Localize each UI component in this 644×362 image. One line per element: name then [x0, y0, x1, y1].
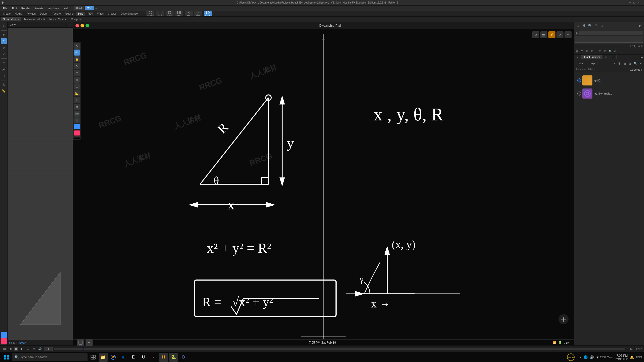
- ipad-ruler-tool[interactable]: 📐: [74, 90, 80, 96]
- ipad-settings-btn[interactable]: ⚙: [532, 31, 539, 38]
- paint-tool[interactable]: ✏: [1, 60, 7, 66]
- menu-help[interactable]: Help: [61, 6, 71, 10]
- asset-browser-tab[interactable]: Asset Browser: [581, 55, 602, 59]
- houdini-task-btn[interactable]: H: [159, 353, 168, 362]
- ipad-close-btn[interactable]: [75, 24, 79, 27]
- audio-btn[interactable]: 🔊: [38, 347, 42, 351]
- rotate-tool[interactable]: ↻: [1, 45, 7, 51]
- node-attribwrangle1[interactable]: attribwrangle1: [576, 87, 642, 100]
- help-tab[interactable]: Help: [587, 62, 598, 65]
- shelf-texture[interactable]: Texture: [50, 12, 63, 16]
- ne-expand2[interactable]: ⊡: [627, 61, 632, 66]
- rewind-btn[interactable]: ⏮: [2, 347, 7, 351]
- shelf-drive-sim[interactable]: Drive Simulation: [119, 12, 141, 16]
- shelf-fem[interactable]: FEM: [86, 12, 95, 16]
- menu-edit[interactable]: Edit: [10, 6, 19, 10]
- asset-browser-tab2-close[interactable]: ✕: [602, 56, 610, 59]
- ipad-undo-tool[interactable]: ↩: [74, 97, 80, 103]
- ipad-pen-tool[interactable]: ✏: [74, 70, 80, 76]
- tube-icon[interactable]: Tube: [156, 11, 164, 17]
- ne-layout-btn[interactable]: ▦: [575, 49, 579, 54]
- tab-scene-view[interactable]: Scene View ✕: [1, 17, 21, 21]
- ipad-layers-tool[interactable]: ☰: [74, 117, 80, 123]
- ipad-trash-tool[interactable]: 🗑: [74, 104, 80, 110]
- discord-btn[interactable]: D: [179, 353, 188, 362]
- color-swatch-pink[interactable]: [1, 338, 7, 344]
- tab-close-anim[interactable]: ✕: [43, 18, 45, 21]
- taskbar-search[interactable]: 🔍 Type here to search: [12, 353, 88, 361]
- shelf-build[interactable]: Build: [76, 12, 85, 16]
- nav-compass[interactable]: [558, 314, 569, 324]
- speaker-icon[interactable]: 🔊: [590, 355, 594, 359]
- step-fwd-btn[interactable]: ⏭: [26, 347, 30, 351]
- task-view-btn[interactable]: [89, 353, 98, 362]
- ne-filter-btn[interactable]: ⊟: [590, 49, 594, 54]
- measure-tool[interactable]: 📏: [1, 88, 7, 94]
- ne-list-btn[interactable]: ☰: [580, 49, 584, 54]
- ipad-edit-btn[interactable]: ✏: [565, 31, 572, 38]
- tab-animation-editor[interactable]: Animation Editor ✕: [22, 17, 47, 21]
- stop-btn[interactable]: [14, 347, 18, 351]
- asset-browser-tab-close[interactable]: ✕: [574, 56, 581, 59]
- line-icon[interactable]: ╱ Line: [194, 11, 202, 17]
- shelf-deform[interactable]: Deform: [38, 12, 50, 16]
- ipad-max-btn[interactable]: [86, 24, 89, 27]
- add-tab-btn[interactable]: +: [610, 55, 617, 59]
- menu-file[interactable]: File: [1, 6, 10, 10]
- move-tool[interactable]: ↖: [1, 38, 7, 44]
- shelf-rigging[interactable]: Rigging: [63, 12, 75, 16]
- maximize-btn[interactable]: □: [633, 1, 635, 4]
- edge-btn[interactable]: e: [119, 353, 128, 362]
- ipad-nav-btn[interactable]: [77, 339, 84, 346]
- null-icon[interactable]: ✕ Null: [185, 11, 193, 17]
- snap-tool[interactable]: ◎: [1, 81, 7, 87]
- tab-close-scene[interactable]: ✕: [17, 18, 19, 21]
- clock-widget[interactable]: 7:05 PM 2/19/2022: [615, 354, 628, 360]
- shelf-crowds[interactable]: Crowds: [106, 12, 118, 16]
- eraser-tool[interactable]: ◻: [1, 73, 7, 79]
- ipad-select-tool[interactable]: ↖: [74, 43, 80, 49]
- language-btn[interactable]: ENG: [636, 356, 642, 359]
- scale-tool[interactable]: ⤢: [1, 51, 7, 57]
- r-h-icon[interactable]: H: [581, 23, 586, 28]
- shelf-polygon[interactable]: Polygon: [24, 12, 37, 16]
- tab-render-view[interactable]: Render View ✕: [47, 17, 69, 21]
- ipad-dots-menu[interactable]: ···: [322, 37, 325, 41]
- ne-close-btn[interactable]: ✕: [612, 61, 617, 66]
- brush-tool[interactable]: 🖌: [1, 66, 7, 72]
- play-btn[interactable]: ▶: [20, 347, 24, 351]
- ipad-share-btn[interactable]: ↗: [556, 31, 564, 38]
- ne-view-btn[interactable]: ⊞: [603, 49, 607, 54]
- labs-tab[interactable]: Labs: [575, 62, 586, 65]
- chrome-btn[interactable]: [109, 353, 118, 362]
- ipad-color-pink[interactable]: [74, 130, 80, 135]
- ipad-pencil-btn[interactable]: ✏: [86, 339, 93, 346]
- r-expand-icon[interactable]: ▶: [637, 23, 642, 28]
- ipad-color-blue[interactable]: [74, 124, 80, 129]
- step-back-btn[interactable]: ◀: [8, 347, 13, 351]
- r-search-icon[interactable]: 🔍: [587, 23, 592, 28]
- plus-tab[interactable]: +: [95, 7, 97, 10]
- add-tool[interactable]: +: [1, 23, 7, 29]
- menu-windows[interactable]: Windows: [46, 6, 61, 10]
- tab-expand-btn[interactable]: ▶: [641, 56, 643, 59]
- ipad-arrow-tool[interactable]: ↖: [74, 63, 80, 69]
- ne-search-btn[interactable]: 🔍: [608, 49, 612, 54]
- minimize-btn[interactable]: ─: [629, 1, 631, 4]
- ipad-eye-tool[interactable]: 👁: [74, 50, 80, 56]
- ne-zoom-btn[interactable]: ⊕: [613, 49, 617, 54]
- tab-close-render[interactable]: ✕: [65, 18, 67, 21]
- chevron-tray[interactable]: ∧: [579, 355, 581, 359]
- shelf-wires[interactable]: Wires: [95, 12, 106, 16]
- ipad-action-btn[interactable]: ⚡: [548, 31, 555, 38]
- file-explorer-btn[interactable]: 📁: [99, 353, 108, 362]
- color-swatch-blue[interactable]: [1, 332, 7, 338]
- tab-composit[interactable]: Composit...: [69, 17, 86, 21]
- grid-icon[interactable]: Grid: [175, 11, 183, 17]
- ne-settings-btn2[interactable]: ⚙: [617, 61, 622, 66]
- menu-assets[interactable]: Assets: [33, 6, 45, 10]
- ipad-min-btn[interactable]: [80, 24, 84, 27]
- ne-grid-btn[interactable]: ⊞: [585, 49, 589, 54]
- obj-link[interactable]: obj: [9, 342, 12, 344]
- ne-grid-btn2[interactable]: ⊞: [622, 61, 627, 66]
